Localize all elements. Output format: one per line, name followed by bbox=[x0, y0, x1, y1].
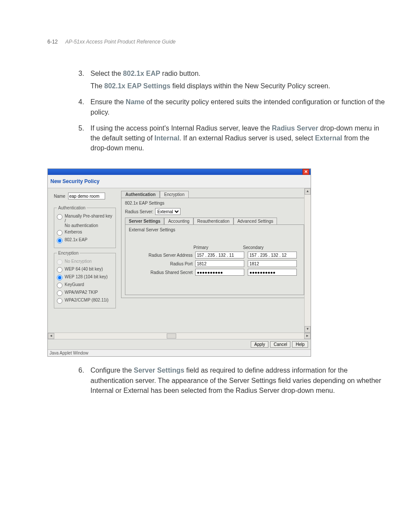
label-radius-address: Radius Server Address bbox=[129, 253, 195, 258]
radio-wpa2-ccmp[interactable] bbox=[57, 298, 62, 304]
radio-keyguard[interactable] bbox=[57, 283, 62, 288]
text: Configure the bbox=[90, 367, 134, 374]
help-button[interactable]: Help bbox=[292, 341, 308, 348]
cancel-button[interactable]: Cancel bbox=[270, 341, 290, 348]
step-number: 4. bbox=[78, 97, 90, 119]
radio-no-encryption bbox=[57, 259, 62, 265]
panel-heading: New Security Policy bbox=[48, 175, 311, 188]
radio-label: WEP 64 (40 bit key) bbox=[65, 267, 103, 271]
input-radius-secret-secondary[interactable] bbox=[248, 269, 297, 276]
col-primary: Primary bbox=[193, 245, 243, 250]
text: Select the bbox=[90, 70, 123, 77]
radio-label: Kerberos bbox=[65, 230, 82, 234]
link-server-settings: Server Settings bbox=[134, 367, 184, 374]
vertical-scrollbar[interactable]: ▲ ▼ bbox=[304, 188, 311, 333]
external-server-title: External Server Settings bbox=[129, 227, 300, 232]
input-radius-address-primary[interactable] bbox=[195, 252, 244, 258]
input-radius-port-secondary[interactable] bbox=[248, 260, 297, 267]
link-name: Name bbox=[126, 98, 145, 106]
scroll-up-icon[interactable]: ▲ bbox=[305, 188, 311, 195]
col-secondary: Secondary bbox=[243, 245, 293, 250]
page-number: 6-12 bbox=[47, 39, 58, 45]
radio-label: Manually Pre-shared key / No authenticat… bbox=[65, 214, 114, 228]
step-6: 6. Configure the Server Settings field a… bbox=[78, 365, 385, 398]
horizontal-scrollbar[interactable]: ◄ ► bbox=[48, 333, 311, 339]
radio-label: WPA2/CCMP (802.11i) bbox=[65, 298, 109, 302]
screenshot-window: ✕ New Security Policy Name Authenticatio… bbox=[47, 168, 311, 357]
radio-8021x-eap[interactable] bbox=[57, 238, 62, 243]
input-radius-port-primary[interactable] bbox=[195, 260, 244, 267]
step-number: 6. bbox=[78, 365, 90, 398]
doc-title: AP-51xx Access Point Product Reference G… bbox=[65, 39, 175, 45]
window-titlebar: ✕ bbox=[48, 169, 311, 175]
radio-label: WPA/WPA2 TKIP bbox=[65, 290, 98, 295]
link-radius-server: Radius Server bbox=[272, 124, 318, 132]
step-4: 4. Ensure the Name of the security polic… bbox=[78, 97, 385, 119]
text: If using the access point's Internal Rad… bbox=[90, 124, 272, 132]
tab-reauthentication[interactable]: Reauthentication bbox=[193, 218, 234, 224]
scroll-left-icon[interactable]: ◄ bbox=[48, 333, 54, 339]
tab-encryption[interactable]: Encryption bbox=[160, 191, 189, 198]
step-number: 3. bbox=[78, 68, 90, 93]
step-5: 5. If using the access point's Internal … bbox=[78, 123, 385, 156]
input-radius-address-secondary[interactable] bbox=[248, 252, 297, 258]
authentication-group: Authentication Manually Pre-shared key /… bbox=[54, 205, 116, 248]
link-8021x-eap-settings: 802.1x EAP Settings bbox=[104, 82, 171, 90]
tab-server-settings[interactable]: Server Settings bbox=[125, 218, 164, 224]
radio-label: No Encryption bbox=[65, 259, 92, 264]
text: field displays within the New Security P… bbox=[171, 82, 330, 90]
step-number: 5. bbox=[78, 123, 90, 156]
scroll-track[interactable] bbox=[54, 333, 304, 339]
text: The bbox=[90, 82, 104, 90]
page-header: 6-12 AP-51xx Access Point Product Refere… bbox=[47, 39, 385, 45]
input-radius-secret-primary[interactable] bbox=[195, 269, 244, 276]
link-external: External bbox=[315, 134, 342, 142]
radio-label: 802.1x EAP bbox=[65, 237, 87, 242]
step-3: 3. Select the 802.1x EAP radio button. T… bbox=[78, 68, 385, 93]
text: . If an external Radius server is used, … bbox=[179, 134, 315, 142]
link-8021x-eap: 802.1x EAP bbox=[123, 70, 160, 77]
label-radius-port: Radius Port bbox=[129, 261, 195, 266]
auth-legend: Authentication bbox=[57, 205, 87, 210]
scroll-down-icon[interactable]: ▼ bbox=[305, 326, 311, 333]
radio-wep64[interactable] bbox=[57, 267, 62, 273]
label-radius-secret: Radius Shared Secret bbox=[129, 270, 195, 275]
radio-wep128[interactable] bbox=[57, 275, 62, 280]
tab-advanced-settings[interactable]: Advanced Settings bbox=[234, 218, 277, 224]
text: radio button. bbox=[160, 70, 200, 77]
encryption-group: Encryption No Encryption WEP 64 (40 bit … bbox=[54, 251, 116, 308]
radius-server-select[interactable]: External bbox=[155, 208, 181, 215]
eap-settings-title: 802.1x EAP Settings bbox=[125, 201, 304, 205]
close-icon[interactable]: ✕ bbox=[302, 169, 309, 175]
tab-accounting[interactable]: Accounting bbox=[164, 218, 193, 224]
text: Ensure the bbox=[90, 98, 126, 106]
radio-manual-psk[interactable] bbox=[57, 214, 62, 220]
scroll-right-icon[interactable]: ► bbox=[304, 333, 311, 339]
radio-label: WEP 128 (104 bit key) bbox=[65, 274, 108, 279]
radio-label: KeyGuard bbox=[65, 282, 84, 287]
radio-wpa-tkip[interactable] bbox=[57, 290, 62, 296]
radio-kerberos[interactable] bbox=[57, 230, 62, 236]
name-label: Name bbox=[54, 194, 65, 199]
tab-authentication[interactable]: Authentication bbox=[121, 191, 160, 198]
radius-server-label: Radius Server: bbox=[125, 209, 153, 214]
enc-legend: Encryption bbox=[57, 251, 80, 255]
apply-button[interactable]: Apply bbox=[251, 341, 268, 348]
java-applet-label: Java Applet Window bbox=[48, 349, 311, 356]
scroll-thumb[interactable] bbox=[167, 333, 176, 339]
name-input[interactable] bbox=[68, 193, 105, 199]
link-internal: Internal bbox=[155, 134, 180, 142]
